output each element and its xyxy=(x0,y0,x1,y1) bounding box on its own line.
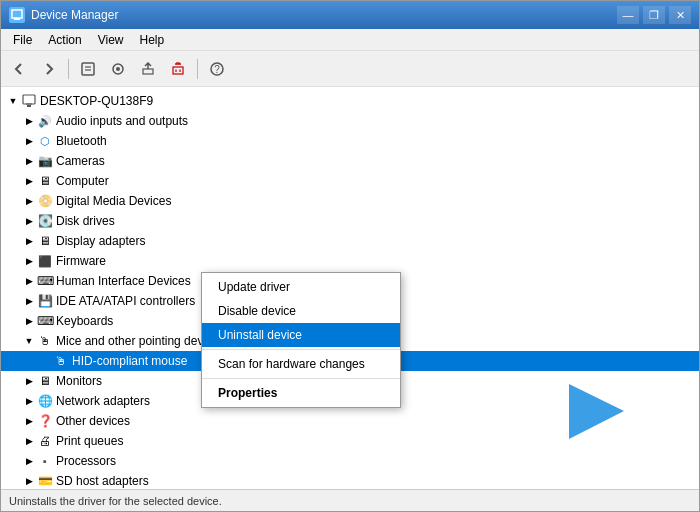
audio-icon: 🔊 xyxy=(37,113,53,129)
help-button[interactable]: ? xyxy=(203,55,231,83)
disk-drives-label: Disk drives xyxy=(56,214,115,228)
hid-expand-icon: ▶ xyxy=(21,273,37,289)
audio-label: Audio inputs and outputs xyxy=(56,114,188,128)
svg-marker-18 xyxy=(569,384,624,439)
hid-icon: ⌨ xyxy=(37,273,53,289)
forward-button[interactable] xyxy=(35,55,63,83)
sd-icon: 💳 xyxy=(37,473,53,489)
keyboards-label: Keyboards xyxy=(56,314,113,328)
ctx-separator-2 xyxy=(202,378,400,379)
back-button[interactable] xyxy=(5,55,33,83)
disk-drives-expand-icon: ▶ xyxy=(21,213,37,229)
svg-rect-7 xyxy=(143,69,153,74)
mice-expand-icon: ▼ xyxy=(21,333,37,349)
restore-button[interactable]: ❐ xyxy=(643,6,665,24)
sd-expand-icon: ▶ xyxy=(21,473,37,489)
svg-text:?: ? xyxy=(214,64,220,75)
sd-label: SD host adapters xyxy=(56,474,149,488)
digital-media-expand-icon: ▶ xyxy=(21,193,37,209)
mice-icon: 🖱 xyxy=(37,333,53,349)
firmware-label: Firmware xyxy=(56,254,106,268)
tree-item-disk-drives[interactable]: ▶ 💽 Disk drives xyxy=(1,211,699,231)
tree-item-digital-media[interactable]: ▶ 📀 Digital Media Devices xyxy=(1,191,699,211)
network-expand-icon: ▶ xyxy=(21,393,37,409)
network-icon: 🌐 xyxy=(37,393,53,409)
tree-item-bluetooth[interactable]: ▶ ⬡ Bluetooth xyxy=(1,131,699,151)
other-label: Other devices xyxy=(56,414,130,428)
context-menu: Update driver Disable device Uninstall d… xyxy=(201,272,401,408)
computer-label: Computer xyxy=(56,174,109,188)
ctx-properties[interactable]: Properties xyxy=(202,381,400,405)
ide-label: IDE ATA/ATAPI controllers xyxy=(56,294,195,308)
svg-rect-2 xyxy=(82,63,94,75)
processors-label: Processors xyxy=(56,454,116,468)
svg-rect-8 xyxy=(173,67,183,74)
svg-rect-15 xyxy=(23,95,35,104)
update-driver-button[interactable] xyxy=(134,55,162,83)
tree-item-processors[interactable]: ▶ ▪ Processors xyxy=(1,451,699,471)
ctx-uninstall-device-label: Uninstall device xyxy=(218,328,302,342)
cameras-icon: 📷 xyxy=(37,153,53,169)
tree-item-display-adapters[interactable]: ▶ 🖥 Display adapters xyxy=(1,231,699,251)
toolbar: ? xyxy=(1,51,699,87)
ctx-update-driver[interactable]: Update driver xyxy=(202,275,400,299)
tree-root[interactable]: ▼ DESKTOP-QU138F9 xyxy=(1,91,699,111)
toolbar-separator-2 xyxy=(197,59,198,79)
tree-item-computer[interactable]: ▶ 🖥 Computer xyxy=(1,171,699,191)
uninstall-button[interactable] xyxy=(164,55,192,83)
menu-bar: File Action View Help xyxy=(1,29,699,51)
digital-media-label: Digital Media Devices xyxy=(56,194,171,208)
hid-mouse-icon: 🖱 xyxy=(53,353,69,369)
properties-button[interactable] xyxy=(74,55,102,83)
display-adapters-icon: 🖥 xyxy=(37,233,53,249)
monitors-icon: 🖥 xyxy=(37,373,53,389)
title-bar: Device Manager — ❐ ✕ xyxy=(1,1,699,29)
ctx-uninstall-device[interactable]: Uninstall device xyxy=(202,323,400,347)
menu-help[interactable]: Help xyxy=(132,29,173,50)
svg-rect-1 xyxy=(14,18,20,20)
hid-mouse-label: HID-compliant mouse xyxy=(72,354,187,368)
computer-icon: 🖥 xyxy=(37,173,53,189)
tree-item-audio[interactable]: ▶ 🔊 Audio inputs and outputs xyxy=(1,111,699,131)
root-label: DESKTOP-QU138F9 xyxy=(40,94,153,108)
main-content: ▼ DESKTOP-QU138F9 ▶ 🔊 Audio inputs and o… xyxy=(1,87,699,489)
disk-drives-icon: 💽 xyxy=(37,213,53,229)
print-icon: 🖨 xyxy=(37,433,53,449)
close-button[interactable]: ✕ xyxy=(669,6,691,24)
ctx-update-driver-label: Update driver xyxy=(218,280,290,294)
keyboards-expand-icon: ▶ xyxy=(21,313,37,329)
tree-item-cameras[interactable]: ▶ 📷 Cameras xyxy=(1,151,699,171)
tree-item-sd[interactable]: ▶ 💳 SD host adapters xyxy=(1,471,699,489)
svg-rect-0 xyxy=(12,10,22,18)
menu-view-label: View xyxy=(98,33,124,47)
scan-button[interactable] xyxy=(104,55,132,83)
firmware-icon: ⬛ xyxy=(37,253,53,269)
status-bar: Uninstalls the driver for the selected d… xyxy=(1,489,699,511)
menu-file[interactable]: File xyxy=(5,29,40,50)
window-title: Device Manager xyxy=(31,8,611,22)
menu-action[interactable]: Action xyxy=(40,29,89,50)
display-adapters-expand-icon: ▶ xyxy=(21,233,37,249)
ctx-disable-device-label: Disable device xyxy=(218,304,296,318)
cameras-expand-icon: ▶ xyxy=(21,153,37,169)
processors-expand-icon: ▶ xyxy=(21,453,37,469)
keyboards-icon: ⌨ xyxy=(37,313,53,329)
cameras-label: Cameras xyxy=(56,154,105,168)
network-label: Network adapters xyxy=(56,394,150,408)
ide-icon: 💾 xyxy=(37,293,53,309)
other-icon: ❓ xyxy=(37,413,53,429)
processors-icon: ▪ xyxy=(37,453,53,469)
menu-action-label: Action xyxy=(48,33,81,47)
ctx-disable-device[interactable]: Disable device xyxy=(202,299,400,323)
bluetooth-label: Bluetooth xyxy=(56,134,107,148)
app-icon xyxy=(9,7,25,23)
blue-arrow-decoration xyxy=(569,384,619,434)
ctx-scan-hardware[interactable]: Scan for hardware changes xyxy=(202,352,400,376)
minimize-button[interactable]: — xyxy=(617,6,639,24)
menu-view[interactable]: View xyxy=(90,29,132,50)
tree-item-firmware[interactable]: ▶ ⬛ Firmware xyxy=(1,251,699,271)
display-adapters-label: Display adapters xyxy=(56,234,145,248)
menu-file-label: File xyxy=(13,33,32,47)
print-label: Print queues xyxy=(56,434,123,448)
mice-label: Mice and other pointing devices xyxy=(56,334,225,348)
